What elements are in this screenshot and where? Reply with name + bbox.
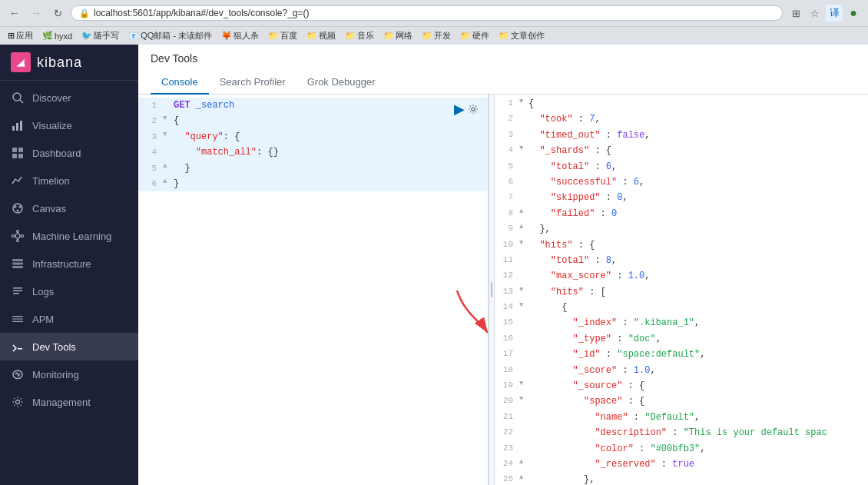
sidebar-item-discover[interactable]: Discover	[0, 84, 138, 111]
svg-rect-2	[12, 126, 15, 131]
response-panel: 1 ▼ { 2 "took" : 7, 3 "timed_out" : fals…	[495, 95, 868, 485]
bookmark-apps[interactable]: ⊞ 应用	[5, 29, 36, 42]
sidebar-item-canvas[interactable]: Canvas	[0, 194, 138, 222]
svg-point-10	[15, 206, 17, 208]
sidebar-item-dashboard[interactable]: Dashboard	[0, 139, 138, 167]
line-num-3: 3	[138, 129, 163, 145]
svg-point-33	[472, 108, 475, 111]
sidebar-item-logs[interactable]: Logs	[0, 277, 138, 305]
resp-ind-6	[519, 174, 528, 190]
tab-grok-debugger[interactable]: Grok Debugger	[297, 71, 386, 95]
qqmail-icon: 📧	[128, 31, 139, 41]
run-button[interactable]: ▶	[454, 101, 465, 118]
resp-ind-16	[519, 331, 528, 347]
resp-ind-12	[519, 268, 528, 284]
extension-green-button[interactable]: ●	[845, 5, 862, 22]
svg-rect-7	[12, 154, 17, 158]
address-bar[interactable]: 🔒 localhost:5601/app/kibana#/dev_tools/c…	[71, 5, 783, 21]
resp-ind-23	[519, 441, 528, 457]
resp-line-15: 15 "_index" : ".kibana_1",	[495, 315, 868, 331]
sidebar-item-management[interactable]: Management	[0, 388, 138, 416]
bookmark-button[interactable]: ☆	[807, 5, 823, 22]
resp-line-19: 19 ▼ "_source" : {	[495, 378, 868, 394]
sidebar-item-monitoring[interactable]: Monitoring	[0, 360, 138, 388]
svg-rect-8	[18, 154, 23, 158]
nav-refresh-button[interactable]: ↻	[49, 5, 66, 22]
bookmark-dev[interactable]: 📁 开发	[419, 29, 454, 42]
line-indicator-2: ▼	[163, 113, 172, 128]
logs-icon	[11, 284, 25, 298]
extensions-button[interactable]: ⊞	[787, 5, 804, 22]
bookmark-writing[interactable]: 📁 文章创作	[495, 29, 548, 42]
resp-ind-25: ▲	[519, 472, 528, 485]
resp-ind-5	[519, 159, 528, 174]
resp-line-17: 17 "_id" : "space:default",	[495, 347, 868, 362]
bookmark-baidu[interactable]: 📁 百度	[265, 29, 300, 42]
bookmark-juren[interactable]: 🦊 狙人杀	[218, 29, 262, 42]
resp-ind-4: ▼	[519, 143, 528, 158]
line-indicator-4	[163, 145, 172, 160]
kibana-logo-text: kibana	[37, 55, 82, 71]
visualize-label: Visualize	[32, 120, 72, 131]
resp-line-24: 24 ▲ "_reserved" : true	[495, 457, 868, 472]
resp-code-17: "_id" : "space:default",	[528, 347, 705, 362]
settings-button[interactable]	[468, 104, 479, 115]
bookmark-hardware[interactable]: 📁 硬件	[457, 29, 492, 42]
devtools-title: Dev Tools	[151, 52, 856, 65]
sidebar-item-visualize[interactable]: Visualize	[0, 111, 138, 139]
resp-line-18: 18 "_score" : 1.0,	[495, 363, 868, 378]
music-icon: 📁	[345, 31, 356, 41]
resp-line-13: 13 ▼ "hits" : [	[495, 284, 868, 300]
sidebar-item-timelion[interactable]: Timelion	[0, 167, 138, 194]
bookmark-video[interactable]: 📁 视频	[303, 29, 339, 42]
line-code-4: "match_all": {}	[172, 145, 488, 160]
resp-ind-8: ▲	[519, 206, 528, 221]
resp-num-15: 15	[495, 315, 519, 331]
discover-icon	[11, 91, 25, 105]
line-indicator-1	[163, 98, 172, 113]
resp-num-9: 9	[495, 221, 519, 237]
resp-code-16: "_type" : "doc",	[528, 331, 661, 347]
resp-code-25: },	[528, 472, 595, 485]
resp-line-25: 25 ▲ },	[495, 472, 868, 485]
resp-code-20: "space" : {	[528, 394, 644, 409]
canvas-icon	[11, 201, 25, 215]
bookmark-qqmail[interactable]: 📧 QQ邮箱 - 未读邮件	[125, 29, 215, 42]
nav-forward-button[interactable]: →	[28, 5, 45, 22]
resp-line-21: 21 "name" : "Default",	[495, 410, 868, 425]
sidebar-item-infrastructure[interactable]: Infrastructure	[0, 250, 138, 277]
bookmark-twitter[interactable]: 🐦 随手写	[78, 29, 122, 42]
sidebar-item-dev-tools[interactable]: Dev Tools	[0, 333, 138, 360]
sidebar-item-machine-learning[interactable]: Machine Learning	[0, 222, 138, 250]
nav-back-button[interactable]: ←	[6, 5, 23, 22]
response-content[interactable]: 1 ▼ { 2 "took" : 7, 3 "timed_out" : fals…	[495, 95, 868, 485]
resp-ind-19: ▼	[519, 378, 528, 394]
resp-line-2: 2 "took" : 7,	[495, 111, 868, 127]
resp-line-1: 1 ▼ {	[495, 96, 868, 111]
resp-num-25: 25	[495, 472, 519, 485]
sidebar-item-apm[interactable]: APM	[0, 305, 138, 333]
sidebar: kibana Discover Visualize Das	[0, 45, 138, 485]
resp-line-11: 11 "total" : 8,	[495, 253, 868, 268]
writing-icon: 📁	[499, 31, 509, 41]
bookmark-hyxd[interactable]: 🌿 hyxd	[39, 30, 75, 42]
resp-num-7: 7	[495, 190, 519, 205]
panel-divider[interactable]	[489, 95, 495, 485]
resp-code-19: "_source" : {	[528, 378, 644, 394]
resp-code-6: "successful" : 6,	[528, 174, 644, 190]
bookmark-music[interactable]: 📁 音乐	[342, 29, 377, 42]
code-line-3: 3 ▼ "query": {	[138, 129, 488, 145]
tab-console[interactable]: Console	[151, 71, 209, 95]
resp-ind-18	[519, 363, 528, 378]
editor-content[interactable]: 1 GET _search 2 ▼ { 3 ▼ "query": {	[138, 95, 488, 485]
bookmark-network[interactable]: 📁 网络	[380, 29, 416, 42]
svg-point-15	[17, 240, 19, 242]
browser-actions: ⊞ ☆ 译 ●	[787, 5, 862, 22]
tab-search-profiler[interactable]: Search Profiler	[209, 71, 297, 95]
translate-button[interactable]: 译	[826, 5, 843, 22]
resp-line-8: 8 ▲ "failed" : 0	[495, 206, 868, 221]
svg-point-14	[17, 231, 19, 233]
svg-point-32	[16, 400, 20, 404]
resp-line-10: 10 ▼ "hits" : {	[495, 238, 868, 253]
dashboard-icon	[11, 146, 25, 160]
